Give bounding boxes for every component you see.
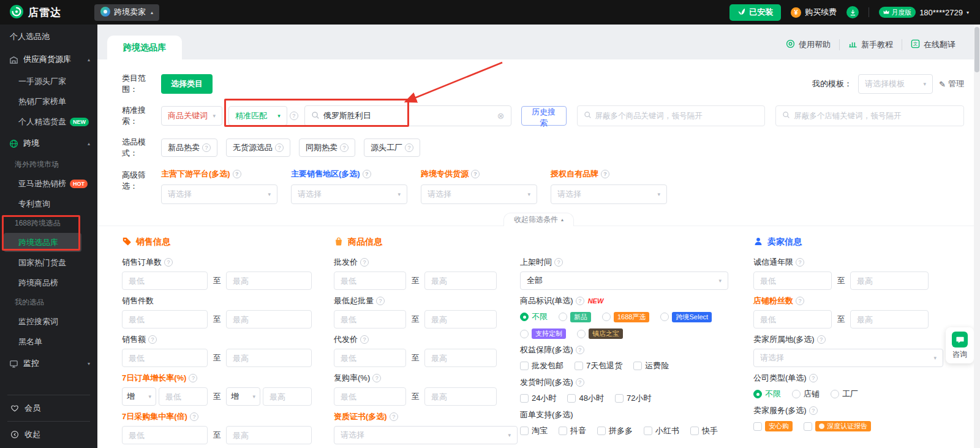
account-menu[interactable]: 月度版 180****2729 ▾ <box>879 7 969 18</box>
checkbox-option[interactable]: 24小时 <box>520 393 556 404</box>
sidebar-item[interactable]: 一手源头厂家 <box>0 71 97 91</box>
sidebar-item[interactable]: 国家热门货盘 <box>0 252 97 273</box>
checkbox-option[interactable]: 小红书 <box>644 425 679 436</box>
tab-cross-border-library[interactable]: 跨境选品库 <box>107 36 182 59</box>
sidebar-item[interactable]: 监控搜索词 <box>0 311 97 332</box>
scrollbar[interactable] <box>974 25 980 448</box>
max-input[interactable] <box>850 271 929 290</box>
checkbox-option[interactable]: 淘宝 <box>520 425 548 436</box>
clear-icon[interactable]: ⊗ <box>497 111 505 121</box>
field-select[interactable]: 全部▾ <box>520 271 728 290</box>
mode-button[interactable]: 新品热卖? <box>161 139 217 157</box>
sidebar-item[interactable]: 专利查询 <box>0 194 97 214</box>
info-icon[interactable]: ? <box>363 170 371 178</box>
checkbox-option[interactable]: 批发包邮 <box>520 360 564 371</box>
radio-option[interactable]: 不限 <box>753 389 781 400</box>
link-help[interactable]: 使用帮助 <box>777 39 839 50</box>
radio-option[interactable]: 支持定制 <box>520 328 566 339</box>
min-input[interactable] <box>122 349 208 367</box>
advanced-filter-select[interactable]: 请选择▾ <box>161 184 277 204</box>
min-input[interactable] <box>122 271 208 290</box>
checkbox-option[interactable]: 拼多多 <box>597 425 633 436</box>
radio-option[interactable]: 1688严选 <box>602 312 649 322</box>
advanced-filter-select[interactable]: 请选择▾ <box>421 184 537 204</box>
info-icon[interactable]: ? <box>390 412 398 421</box>
max-input[interactable] <box>424 349 497 367</box>
radio-option[interactable]: 跨境Select <box>660 312 712 322</box>
max-input[interactable] <box>226 310 312 328</box>
max-input[interactable] <box>424 387 497 406</box>
download-icon[interactable] <box>846 6 859 18</box>
info-icon[interactable]: ? <box>576 297 584 305</box>
info-icon[interactable]: ? <box>148 335 157 344</box>
checkbox-option[interactable]: 快手 <box>690 425 718 436</box>
info-icon[interactable]: ? <box>471 170 480 178</box>
info-icon[interactable]: ? <box>290 112 298 120</box>
min-input[interactable] <box>159 387 208 406</box>
info-icon[interactable]: ? <box>233 170 241 178</box>
checkbox-option[interactable]: 48小时 <box>567 393 603 404</box>
checkbox-option[interactable]: 抖音 <box>559 425 586 436</box>
advanced-filter-select[interactable]: 请选择▾ <box>291 184 407 204</box>
info-icon[interactable]: ? <box>405 143 413 152</box>
info-icon[interactable]: ? <box>796 297 804 305</box>
field-select[interactable]: 请选择▾ <box>753 349 943 367</box>
link-tutorial[interactable]: 新手教程 <box>839 39 902 50</box>
mode-button[interactable]: 同期热卖? <box>299 139 355 157</box>
keyword-type-select[interactable]: 商品关键词 ▾ <box>161 106 222 126</box>
scrollbar-thumb[interactable] <box>974 27 979 72</box>
history-search-button[interactable]: 历史搜索 <box>521 106 567 126</box>
sidebar-group[interactable]: 跨境▴ <box>0 132 97 155</box>
checkbox-option[interactable]: 安心购 <box>753 421 793 431</box>
search-input[interactable] <box>323 112 494 121</box>
select-category-button[interactable]: 选择类目 <box>161 74 213 94</box>
sidebar-group[interactable]: 供应商货源库▴ <box>0 48 97 71</box>
min-input[interactable] <box>334 349 406 367</box>
chat-widget[interactable]: 咨询 <box>946 327 974 363</box>
sidebar-item[interactable]: 黑名单 <box>0 332 97 352</box>
sidebar-group[interactable]: 监控▾ <box>0 352 97 375</box>
sidebar-member-button[interactable]: 会员 <box>0 398 97 418</box>
checkbox-option[interactable]: 72小时 <box>615 393 651 404</box>
checkbox-option[interactable]: 运费险 <box>633 360 669 371</box>
role-switcher-button[interactable]: 跨境卖家 ▴ <box>94 4 159 21</box>
radio-option[interactable]: 不限 <box>520 311 548 322</box>
max-input[interactable] <box>850 310 929 328</box>
sidebar-item[interactable]: 个人精选货盘NEW <box>0 112 97 132</box>
installed-button[interactable]: 已安装 <box>729 4 781 21</box>
checkbox-option[interactable]: 深度认证报告 <box>804 421 871 431</box>
info-icon[interactable]: ? <box>554 258 563 267</box>
info-icon[interactable]: ? <box>372 374 381 382</box>
radio-option[interactable]: 新品 <box>559 312 591 322</box>
block-product-keywords-input[interactable] <box>595 112 759 120</box>
info-icon[interactable]: ? <box>340 143 349 152</box>
sidebar-collapse-button[interactable]: 收起 <box>0 425 97 444</box>
min-input[interactable] <box>122 310 208 328</box>
sidebar-item[interactable]: 跨境选品库 <box>4 233 81 252</box>
link-translate[interactable]: 文在线翻译 <box>902 39 964 50</box>
sidebar-item[interactable]: 跨境商品榜 <box>0 273 97 293</box>
info-icon[interactable]: ? <box>817 335 826 344</box>
info-icon[interactable]: ? <box>376 297 385 305</box>
max-input[interactable] <box>424 310 497 328</box>
info-icon[interactable]: ? <box>360 258 369 267</box>
sidebar-item[interactable]: 热销厂家榜单 <box>0 91 97 112</box>
max-input[interactable] <box>226 271 312 290</box>
max-input[interactable] <box>424 271 497 290</box>
radio-option[interactable]: 工厂 <box>831 389 858 400</box>
trend-select[interactable]: 增▾ <box>122 387 156 406</box>
min-input[interactable] <box>334 271 406 290</box>
sidebar-item[interactable]: 个人选品池 <box>0 26 97 48</box>
max-input[interactable] <box>263 387 312 406</box>
min-input[interactable] <box>334 310 406 328</box>
info-icon[interactable]: ? <box>809 406 818 415</box>
block-shop-keywords-input[interactable] <box>794 112 957 120</box>
radio-option[interactable]: 镇店之宝 <box>577 328 623 339</box>
max-input[interactable] <box>226 349 312 367</box>
trend-select[interactable]: 增▾ <box>226 387 260 406</box>
info-icon[interactable]: ? <box>796 258 804 267</box>
info-icon[interactable]: ? <box>202 143 211 152</box>
min-input[interactable] <box>334 387 406 406</box>
mode-button[interactable]: 无货源选品? <box>226 139 290 157</box>
sidebar-item[interactable]: 亚马逊热销榜HOT <box>0 173 97 194</box>
